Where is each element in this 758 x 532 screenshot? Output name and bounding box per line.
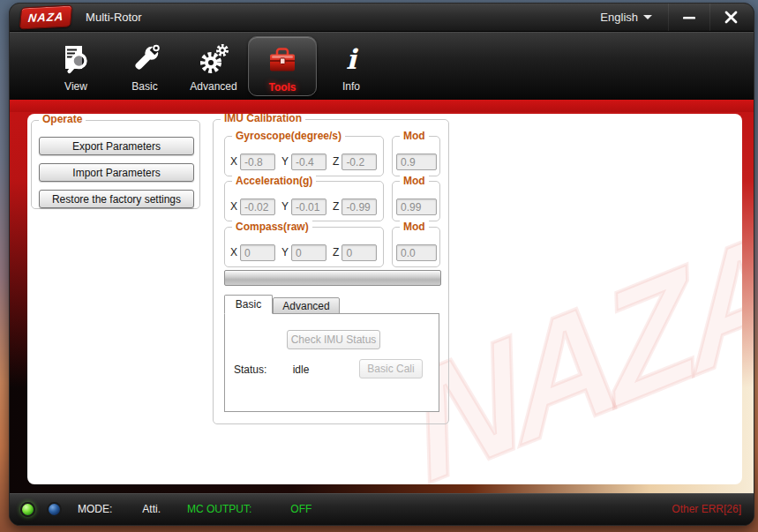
minimize-button[interactable] (669, 4, 710, 31)
axis-y-label: Y (281, 200, 289, 213)
imu-calibration-group: IMU Calibration Gyroscope(degree/s) X Y … (213, 119, 449, 424)
title-bar: NAZA Multi-Rotor English (10, 4, 754, 32)
info-glyph: i (346, 46, 356, 73)
language-dropdown[interactable]: English (584, 4, 669, 31)
status-bar: MODE: Atti. MC OUTPUT: OFF Other ERR[26] (10, 493, 754, 525)
axis-x-label: X (230, 200, 237, 213)
close-icon (724, 11, 738, 24)
content-background: NAZA Operate Export Parameters Import Pa… (10, 112, 754, 495)
info-icon: i (346, 41, 356, 79)
nav-label-basic: Basic (131, 80, 157, 93)
gyro-x-input[interactable] (240, 154, 275, 170)
axis-z-label: Z (333, 155, 339, 168)
error-status: Other ERR[26] (672, 503, 741, 515)
compass-mod-title: Mod (400, 221, 429, 233)
axis-x-label: X (230, 155, 237, 168)
naza-logo-text: NAZA (27, 10, 64, 25)
acceleration-mod-title: Mod (400, 175, 429, 187)
compass-group-title: Compass(raw) (232, 221, 312, 233)
mc-output-label: MC OUTPUT: (187, 503, 251, 515)
compass-y-input[interactable] (291, 244, 326, 261)
red-accent-stripe (10, 100, 754, 112)
main-panel: NAZA Operate Export Parameters Import Pa… (27, 114, 742, 484)
export-parameters-button[interactable]: Export Parameters (39, 137, 194, 155)
mc-output-value: OFF (290, 503, 311, 515)
restore-factory-settings-button[interactable]: Restore the factory settings (39, 190, 194, 208)
blue-led-indicator (47, 502, 62, 517)
axis-z-label: Z (333, 246, 339, 259)
nav-label-info: Info (342, 80, 360, 93)
nav-label-tools: Tools (268, 81, 296, 94)
accel-x-input[interactable] (240, 199, 275, 215)
tab-basic[interactable]: Basic (224, 295, 273, 314)
view-icon (58, 41, 94, 79)
accel-y-input[interactable] (291, 199, 326, 215)
compass-group: Compass(raw) X Y Z (224, 227, 384, 267)
acceleration-mod-group: Mod (392, 181, 440, 221)
mode-label: MODE: (78, 503, 112, 515)
accel-z-input[interactable] (341, 199, 377, 215)
toolbar-nav: View Basic (10, 32, 754, 100)
naza-logo: NAZA (19, 4, 73, 29)
nav-item-view[interactable]: View (41, 36, 110, 96)
compass-z-input[interactable] (341, 244, 377, 261)
toolbox-icon (265, 41, 300, 80)
gyro-mod-input[interactable] (396, 154, 437, 170)
compass-mod-input[interactable] (396, 244, 437, 261)
compass-mod-group: Mod (392, 227, 440, 267)
compass-x-input[interactable] (240, 244, 275, 261)
status-label: Status: (234, 363, 266, 376)
gyro-y-input[interactable] (291, 154, 326, 170)
operate-group: Operate Export Parameters Import Paramet… (31, 120, 200, 209)
basic-tab-panel: Check IMU Status Status: idle Basic Cali (224, 313, 439, 412)
desktop-wallpaper: NAZA Multi-Rotor English (0, 0, 758, 532)
chevron-down-icon (643, 15, 652, 19)
gears-icon (196, 41, 231, 79)
status-row: Status: idle (234, 363, 309, 376)
axis-y-label: Y (281, 155, 289, 168)
mode-value: Atti. (142, 503, 161, 515)
acceleration-group-title: Acceleration(g) (232, 175, 316, 187)
nav-item-tools[interactable]: Tools (248, 36, 317, 96)
gyroscope-mod-title: Mod (400, 130, 429, 142)
green-led-indicator (20, 502, 35, 517)
tab-advanced[interactable]: Advanced (273, 297, 340, 314)
minimize-icon (682, 11, 696, 25)
status-value: idle (293, 363, 310, 376)
axis-x-label: X (230, 246, 237, 259)
basic-cali-button[interactable]: Basic Cali (359, 359, 423, 378)
nav-item-basic[interactable]: Basic (110, 36, 179, 96)
close-button[interactable] (710, 4, 752, 31)
accel-mod-input[interactable] (396, 199, 437, 215)
language-label: English (600, 11, 638, 24)
operate-group-title: Operate (39, 114, 86, 125)
acceleration-group: Acceleration(g) X Y Z (224, 181, 384, 221)
import-parameters-button[interactable]: Import Parameters (39, 163, 194, 182)
imu-group-title: IMU Calibration (221, 114, 305, 124)
wrench-icon (127, 41, 162, 79)
axis-y-label: Y (281, 246, 289, 259)
gyro-z-input[interactable] (341, 154, 377, 170)
nav-item-advanced[interactable]: Advanced (179, 36, 248, 96)
calibration-progress-bar (224, 270, 441, 286)
gyroscope-group: Gyroscope(degree/s) X Y Z (224, 136, 384, 176)
nav-label-advanced: Advanced (190, 80, 236, 93)
gyroscope-group-title: Gyroscope(degree/s) (232, 130, 345, 142)
nav-item-info[interactable]: i Info (317, 36, 386, 96)
nav-label-view: View (64, 80, 87, 93)
app-window: NAZA Multi-Rotor English (9, 3, 754, 526)
axis-z-label: Z (333, 200, 339, 213)
window-title: Multi-Rotor (86, 11, 142, 24)
check-imu-status-button[interactable]: Check IMU Status (287, 330, 380, 349)
gyroscope-mod-group: Mod (392, 136, 440, 176)
